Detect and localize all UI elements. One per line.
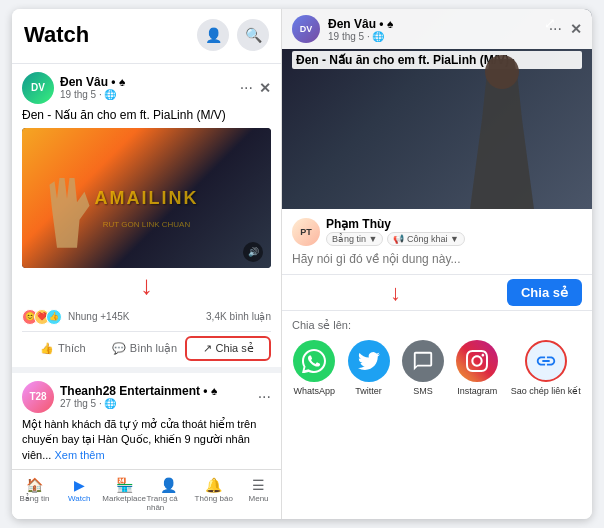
post-reactions: 😊 ❤️ 👍 Nhung +145K 3,4K bình luận (22, 305, 271, 329)
see-more-link[interactable]: Xem thêm (54, 449, 104, 461)
volume-icon[interactable]: 🔊 (243, 242, 263, 262)
twitter-label: Twitter (355, 386, 382, 396)
user-details: Đen Vâu • ♠ 19 thg 5 · 🌐 (60, 75, 125, 100)
nav-tabs: Dành cho bạn Trực tiếp Chơi game Đang th… (12, 57, 281, 64)
share-dropdown-label: Chia sẻ lên: (292, 319, 582, 332)
share-action-btn[interactable]: Chia sẻ (507, 279, 582, 306)
post-user-info: DV Đen Vâu • ♠ 19 thg 5 · 🌐 (22, 72, 125, 104)
tab-choi-game[interactable]: Chơi game (183, 57, 257, 64)
bottom-nav: 🏠 Bảng tin ▶ Watch 🏪 Marketplace 👤 Trang… (12, 469, 281, 519)
person-head (485, 55, 519, 89)
right-panel: DV Đen Vâu • ♠ 19 thg 5 · 🌐 ··· ✕ Đen - … (282, 9, 592, 519)
second-post-excerpt: Một hành khách đã tự ý mở cửa thoát hiểm… (22, 417, 271, 463)
comment-input[interactable] (292, 252, 582, 266)
second-post-user-info: T28 Theanh28 Entertainment • ♠ 27 thg 5 … (22, 381, 217, 413)
twitter-icon (348, 340, 390, 382)
whatsapp-icon (293, 340, 335, 382)
home-icon: 🏠 (26, 477, 43, 493)
post-user-meta: 19 thg 5 · 🌐 (60, 89, 125, 100)
menu-icon: ☰ (252, 477, 265, 493)
bell-icon: 🔔 (205, 477, 222, 493)
commenter-avatar: PT (292, 218, 320, 246)
video-title-area: DV Đen Vâu • ♠ 19 thg 5 · 🌐 (292, 15, 393, 43)
badge-cong-khai[interactable]: 📢 Công khai ▼ (387, 232, 464, 246)
nav-profile[interactable]: 👤 Trang cá nhân (146, 474, 191, 515)
like-label: Thích (58, 342, 86, 354)
sms-icon (402, 340, 444, 382)
nav-home[interactable]: 🏠 Bảng tin (12, 474, 57, 515)
nav-notification[interactable]: 🔔 Thông báo (191, 474, 236, 515)
video-close-btn[interactable]: ✕ (570, 21, 582, 37)
commenter-details: Phạm Thùy Bảng tin ▼ 📢 Công khai ▼ (326, 217, 465, 246)
nav-marketplace[interactable]: 🏪 Marketplace (102, 474, 147, 515)
share-twitter[interactable]: Twitter (348, 340, 390, 396)
first-video-post: DV Đen Vâu • ♠ 19 thg 5 · 🌐 ··· ✕ Đen - … (12, 64, 281, 373)
video-detail-avatar: DV (292, 15, 320, 43)
search-icon-btn[interactable]: 🔍 (237, 19, 269, 51)
instagram-label: Instagram (457, 386, 497, 396)
copy-link-label: Sao chép liên kết (511, 386, 581, 396)
video-artist-name: Đen Vâu • ♠ (328, 17, 393, 31)
marketplace-icon: 🏪 (116, 477, 133, 493)
share-sms[interactable]: SMS (402, 340, 444, 396)
expand-btn[interactable]: ⤢ (544, 15, 556, 31)
share-dropdown: Chia sẻ lên: WhatsApp Twitter (282, 310, 592, 404)
comment-count: 3,4K bình luận (206, 311, 271, 322)
second-user-details: Theanh28 Entertainment • ♠ 27 thg 5 · 🌐 (60, 384, 217, 409)
video-thumbnail[interactable]: AMAILINK RUT GON LINK CHUAN 🔊 (22, 128, 271, 268)
comment-icon: 💬 (112, 342, 126, 355)
share-options: WhatsApp Twitter SMS (292, 340, 582, 396)
share-copy-link[interactable]: Sao chép liên kết (511, 340, 581, 396)
video-artist-meta: 19 thg 5 · 🌐 (328, 31, 393, 42)
sms-label: SMS (413, 386, 433, 396)
commenter-info: PT Phạm Thùy Bảng tin ▼ 📢 Công khai ▼ (292, 217, 582, 246)
badge-bang-tin[interactable]: Bảng tin ▼ (326, 232, 383, 246)
reaction-count: Nhung +145K (68, 311, 129, 322)
second-post: T28 Theanh28 Entertainment • ♠ 27 thg 5 … (12, 373, 281, 469)
nav-watch[interactable]: ▶ Watch (57, 474, 102, 515)
more-options-btn[interactable]: ··· (240, 79, 253, 97)
video-detail-area: DV Đen Vâu • ♠ 19 thg 5 · 🌐 ··· ✕ Đen - … (282, 9, 592, 209)
right-action-row: ↓ Chia sẻ (282, 275, 592, 310)
second-post-header: T28 Theanh28 Entertainment • ♠ 27 thg 5 … (22, 381, 271, 413)
share-whatsapp[interactable]: WhatsApp (293, 340, 335, 396)
watch-header: Watch 👤 🔍 (12, 9, 281, 57)
nav-menu[interactable]: ☰ Menu (236, 474, 281, 515)
video-detail-info: Đen Vâu • ♠ 19 thg 5 · 🌐 (328, 17, 393, 42)
second-more-btn[interactable]: ··· (258, 388, 271, 406)
avatar: DV (22, 72, 54, 104)
tab-danh-cho-ban[interactable]: Dành cho bạn (20, 57, 111, 64)
share-icon: ↗ (203, 342, 212, 355)
watch-icon: ▶ (74, 477, 85, 493)
second-user-meta: 27 thg 5 · 🌐 (60, 398, 217, 409)
tab-dang-th[interactable]: Đang th... (261, 57, 281, 64)
watch-title: Watch (24, 22, 89, 48)
nav-watch-label: Watch (68, 494, 90, 503)
post-header: DV Đen Vâu • ♠ 19 thg 5 · 🌐 ··· ✕ (22, 72, 271, 104)
left-panel: Watch 👤 🔍 Dành cho bạn Trực tiếp Chơi ga… (12, 9, 282, 519)
share-instagram[interactable]: Instagram (456, 340, 498, 396)
profile-icon-btn[interactable]: 👤 (197, 19, 229, 51)
reaction-avatars: 😊 ❤️ 👍 (22, 309, 62, 325)
post-actions: 👍 Thích 💬 Bình luận ↗ Chia sẻ (22, 331, 271, 361)
share-btn[interactable]: ↗ Chia sẻ (185, 336, 271, 361)
nav-marketplace-label: Marketplace (102, 494, 146, 503)
second-user-name: Theanh28 Entertainment • ♠ (60, 384, 217, 398)
whatsapp-label: WhatsApp (293, 386, 335, 396)
close-post-btn[interactable]: ✕ (259, 80, 271, 96)
post-title: Đen - Nấu ăn cho em ft. PiaLinh (M/V) (22, 108, 271, 122)
watermark-sub: RUT GON LINK CHUAN (103, 220, 190, 229)
tab-truc-tiep[interactable]: Trực tiếp (115, 57, 179, 64)
post-options: ··· ✕ (240, 79, 271, 97)
reaction-info: 😊 ❤️ 👍 Nhung +145K (22, 309, 129, 325)
watermark-text: AMAILINK (95, 187, 199, 208)
comment-area: PT Phạm Thùy Bảng tin ▼ 📢 Công khai ▼ (282, 209, 592, 275)
second-post-options: ··· (258, 388, 271, 406)
nav-home-label: Bảng tin (19, 494, 49, 503)
share-label: Chia sẻ (216, 342, 254, 355)
like-btn[interactable]: 👍 Thích (22, 336, 104, 361)
second-avatar: T28 (22, 381, 54, 413)
comment-label: Bình luận (130, 342, 177, 355)
commenter-name: Phạm Thùy (326, 217, 465, 231)
comment-btn[interactable]: 💬 Bình luận (104, 336, 186, 361)
